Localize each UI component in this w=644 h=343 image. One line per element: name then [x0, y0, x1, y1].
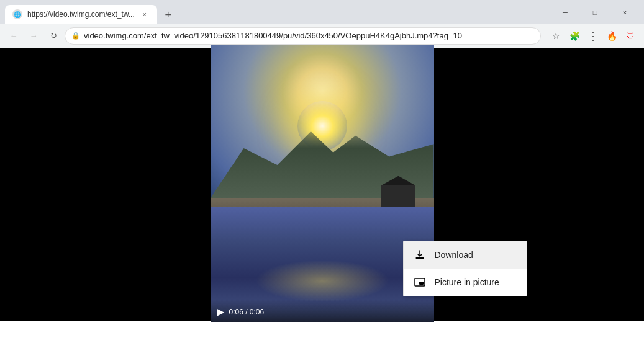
- close-button[interactable]: ×: [610, 1, 639, 24]
- maximize-button[interactable]: □: [581, 1, 609, 24]
- extensions2-button[interactable]: ⋮: [584, 27, 602, 45]
- lock-icon: 🔒: [71, 32, 80, 40]
- back-button[interactable]: ←: [5, 27, 22, 45]
- pip-icon: [414, 276, 426, 288]
- video-controls: ▶ 0:06 / 0:06: [211, 300, 434, 324]
- new-tab-button[interactable]: +: [160, 6, 177, 24]
- active-tab[interactable]: 🌐 https://video.twimg.com/ext_tw... ×: [5, 5, 157, 24]
- url-text: video.twimg.com/ext_tw_video/12910563811…: [84, 31, 534, 40]
- svg-rect-0: [416, 257, 424, 259]
- tab-title: https://video.twimg.com/ext_tw...: [27, 10, 135, 19]
- address-bar[interactable]: 🔒 video.twimg.com/ext_tw_video/129105638…: [65, 27, 541, 45]
- minimize-button[interactable]: ─: [551, 1, 579, 24]
- page-content: ▶ 0:06 / 0:06 Download: [0, 48, 644, 321]
- progress-bar[interactable]: [211, 322, 434, 324]
- tab-favicon: 🌐: [12, 9, 22, 19]
- pip-label: Picture in picture: [435, 277, 499, 287]
- forward-button[interactable]: →: [25, 27, 42, 45]
- video-player[interactable]: ▶ 0:06 / 0:06 Download: [211, 45, 434, 324]
- building-shape: [381, 185, 415, 207]
- context-menu: Download Picture in picture: [403, 241, 527, 296]
- download-icon: [414, 249, 426, 261]
- play-button[interactable]: ▶: [217, 306, 224, 318]
- window-controls: ─ □ ×: [551, 1, 639, 24]
- fire-icon[interactable]: 🔥: [603, 27, 620, 45]
- svg-rect-2: [419, 282, 424, 285]
- download-menu-item[interactable]: Download: [404, 241, 527, 269]
- time-display: 0:06 / 0:06: [229, 308, 265, 316]
- reload-button[interactable]: ↻: [45, 27, 62, 45]
- toolbar-actions: ☆ 🧩 ⋮ 🔥 🛡: [547, 27, 639, 45]
- shield-icon[interactable]: 🛡: [622, 27, 639, 45]
- water-reflection: [255, 260, 389, 302]
- download-label: Download: [435, 250, 473, 260]
- extensions-button[interactable]: 🧩: [566, 27, 583, 45]
- bookmark-button[interactable]: ☆: [547, 27, 565, 45]
- pip-menu-item[interactable]: Picture in picture: [404, 269, 527, 296]
- video-frame: [211, 45, 434, 324]
- tab-close-button[interactable]: ×: [140, 9, 150, 19]
- progress-fill: [211, 322, 434, 324]
